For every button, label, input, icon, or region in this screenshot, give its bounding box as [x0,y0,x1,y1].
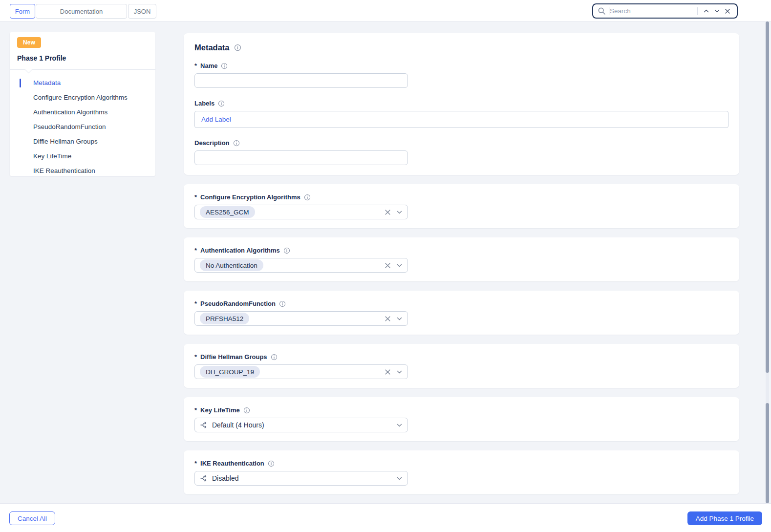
field-label: PseudoRandomFunction [200,300,276,307]
required-marker: * [194,193,197,201]
section-nav-list: Metadata Configure Encryption Algorithms… [10,70,155,178]
sidebar-item-label: Key LifeTime [33,152,71,160]
inherit-branch-icon [200,421,208,429]
search-input[interactable] [610,7,694,15]
required-marker: * [194,247,197,254]
info-icon[interactable] [304,194,311,201]
sidebar-item-label: PseudoRandomFunction [33,123,106,130]
required-marker: * [194,353,197,361]
labels-field[interactable]: Add Label [194,111,728,128]
sidebar-nav-item[interactable]: Configure Encryption Algorithms [10,90,155,105]
chevron-down-icon[interactable] [396,209,403,215]
selected-option-chip: DH_GROUP_19 [200,366,260,378]
info-icon[interactable] [279,300,286,307]
scrollbar-thumb[interactable] [766,21,769,373]
select-control[interactable]: Default (4 Hours) [194,418,408,432]
close-icon[interactable] [722,6,733,17]
field-label: Configure Encryption Algorithms [200,193,300,201]
form-field-card: * Diffie Hellman Groups DH_GROUP_19 [184,344,739,388]
tab-form[interactable]: Form [10,4,35,19]
info-icon[interactable] [218,100,225,107]
chevron-up-icon[interactable] [701,6,711,17]
add-phase1-profile-button[interactable]: Add Phase 1 Profile [687,511,762,525]
sidebar-item-label: Configure Encryption Algorithms [33,94,128,101]
name-field[interactable] [194,73,408,88]
select-control[interactable]: PRFSHA512 [194,311,408,326]
info-icon[interactable] [243,407,250,414]
action-bar: Cancel All Add Phase 1 Profile [0,503,771,532]
field-label: Diffie Hellman Groups [200,353,267,361]
top-bar: Form Documentation JSON [0,0,771,21]
chevron-down-icon[interactable] [396,369,403,375]
sidebar-item-label: Diffie Hellman Groups [33,138,98,145]
status-badge: New [17,37,41,48]
divider [697,7,698,15]
info-icon[interactable] [221,63,228,69]
sidebar-nav-item[interactable]: Metadata [10,76,155,90]
panel-title: Phase 1 Profile [17,54,148,69]
tab-documentation[interactable]: Documentation [36,4,127,19]
inherit-branch-icon [200,474,208,482]
chevron-down-icon[interactable] [396,422,403,428]
chevron-down-icon[interactable] [711,6,722,17]
field-label: IKE Reauthentication [200,460,264,467]
divider [10,69,155,70]
view-tab-group: Form Documentation JSON [10,4,156,19]
sidebar-item-label: IKE Reauthentication [33,167,95,174]
sidebar-nav-item[interactable]: PseudoRandomFunction [10,120,155,134]
clear-icon[interactable] [385,316,391,322]
info-icon[interactable] [233,140,240,147]
select-value: Disabled [212,474,238,482]
required-marker: * [194,300,197,307]
field-label: Authentication Algorithms [200,247,280,254]
tab-json[interactable]: JSON [128,4,156,19]
add-label-button[interactable]: Add Label [201,116,231,123]
chevron-down-icon[interactable] [396,316,403,322]
sidebar-nav-item[interactable]: Diffie Hellman Groups [10,134,155,149]
search-icon [598,7,606,15]
info-icon[interactable] [283,247,290,254]
field-label-name: Name [200,62,217,69]
info-icon[interactable] [268,460,275,467]
clear-icon[interactable] [385,209,391,215]
info-icon[interactable] [234,44,241,51]
form-field-card: * IKE Reauthentication Disabled [184,450,739,494]
form-field-card: * PseudoRandomFunction PRFSHA512 [184,291,739,335]
sidebar-nav-item[interactable]: IKE Reauthentication [10,164,155,178]
sidebar-nav-item[interactable]: Authentication Algorithms [10,105,155,120]
search-bar[interactable] [592,3,738,19]
sidebar-item-label: Metadata [33,79,61,86]
select-control[interactable]: Disabled [194,471,408,486]
section-nav-panel: New Phase 1 Profile Metadata Configure E… [10,32,155,176]
select-control[interactable]: AES256_GCM [194,205,408,219]
metadata-card: Metadata * Name Labels Add Lab [184,33,739,175]
sidebar-nav-item[interactable]: Key LifeTime [10,149,155,164]
sidebar-item-label: Authentication Algorithms [33,108,107,116]
field-label: Key LifeTime [200,406,240,414]
form-field-card: * Authentication Algorithms No Authentic… [184,237,739,281]
form-area: Metadata * Name Labels Add Lab [184,33,739,503]
required-marker: * [194,460,197,467]
chevron-down-icon[interactable] [396,475,403,482]
clear-icon[interactable] [385,369,391,375]
page-body: New Phase 1 Profile Metadata Configure E… [0,21,771,503]
required-marker: * [194,406,197,414]
selected-option-chip: PRFSHA512 [200,313,249,324]
selected-option-chip: AES256_GCM [200,206,255,218]
clear-icon[interactable] [385,262,391,269]
select-value: Default (4 Hours) [212,421,264,429]
select-control[interactable]: DH_GROUP_19 [194,364,408,379]
field-label-description: Description [194,139,230,147]
card-title: Metadata [194,43,230,52]
chevron-down-icon[interactable] [396,262,403,269]
required-marker: * [194,62,197,69]
form-field-card: * Key LifeTime Default (4 Hours) [184,397,739,441]
cancel-all-button[interactable]: Cancel All [9,511,55,525]
description-field[interactable] [194,150,408,165]
select-control[interactable]: No Authentication [194,258,408,273]
selected-option-chip: No Authentication [200,259,263,271]
scrollbar-thumb[interactable] [766,403,769,503]
field-label-labels: Labels [194,100,214,107]
info-icon[interactable] [271,354,278,361]
form-field-card: * Configure Encryption Algorithms AES256… [184,184,739,228]
